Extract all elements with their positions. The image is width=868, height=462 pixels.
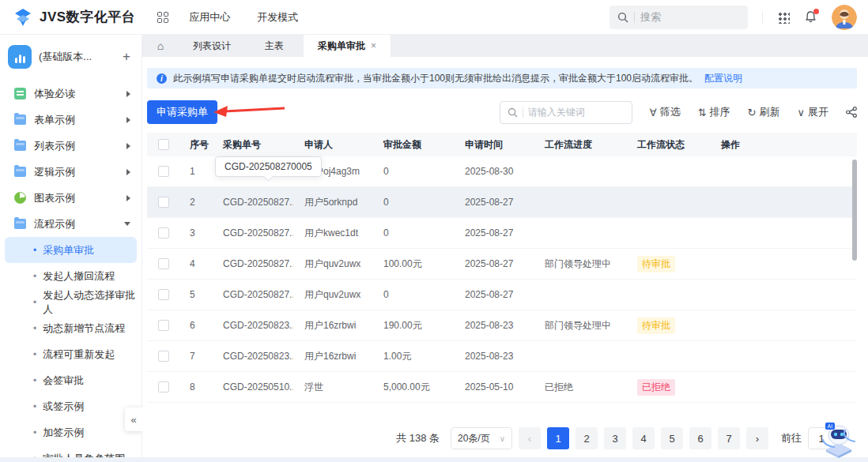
header-progress: 工作流进度 (534, 138, 626, 152)
table-row[interactable]: 6 CGD-20250823... 用户16zrbwi 190.00元 2025… (147, 310, 857, 341)
table-scrollbar[interactable] (852, 160, 857, 261)
header-applicant: 申请人 (293, 138, 372, 152)
info-icon: i (157, 73, 167, 84)
cell-applicant: 用户5orknpd (293, 196, 372, 209)
home-icon[interactable]: ⌂ (142, 35, 179, 57)
submenu-item-label: 或签示例 (43, 400, 84, 414)
cell-amount: 0 (372, 166, 454, 177)
cell-seq: 5 (179, 289, 212, 300)
sidebar-menu-item[interactable]: 列表示例 (0, 133, 142, 159)
list-toolbar: 申请采购单 ∀ (147, 100, 857, 124)
banner-config-link[interactable]: 配置说明 (704, 72, 742, 85)
sidebar-submenu-item[interactable]: 发起人撤回流程 (5, 263, 137, 289)
sidebar-menu-item[interactable]: 表单示例 (0, 107, 142, 133)
page-number-button[interactable]: 3 (604, 427, 626, 449)
cell-amount: 190.00元 (372, 319, 454, 332)
sidebar-submenu-item[interactable]: 采购单审批 (5, 237, 137, 263)
row-checkbox[interactable] (158, 197, 169, 208)
notification-bell-icon[interactable] (804, 10, 817, 24)
sidebar-submenu-item[interactable]: 发起人动态选择审批人 (5, 289, 137, 315)
search-divider (634, 12, 635, 23)
workspace-label[interactable]: (基础版本... (39, 50, 115, 64)
app-logo[interactable]: JVS数字化平台 (13, 7, 135, 28)
keyword-search-input[interactable] (528, 107, 615, 118)
sidebar-menu-item[interactable]: 图表示例 (0, 185, 142, 211)
cell-progress: 已拒绝 (534, 381, 626, 394)
submenu-item-label: 发起人撤回流程 (43, 269, 115, 284)
tab-close-icon[interactable]: × (371, 40, 376, 51)
next-page-button[interactable]: › (746, 427, 768, 449)
apply-purchase-order-button[interactable]: 申请采购单 (147, 100, 217, 124)
top-nav-item[interactable]: 开发模式 (257, 10, 298, 24)
global-search[interactable] (609, 6, 748, 29)
page-number-button[interactable]: 1 (547, 427, 569, 449)
page-number-button[interactable]: 2 (576, 427, 598, 449)
sidebar-menu-item[interactable]: 体验必读 (0, 81, 142, 107)
table-row[interactable]: 4 CGD-20250827... 用户quv2uwx 100.00元 2025… (147, 249, 857, 280)
cell-order-no: CGD-20250510... (212, 381, 293, 393)
sidebar-submenu-item[interactable]: 会签审批 (5, 367, 137, 393)
global-search-input[interactable] (640, 11, 719, 23)
row-checkbox[interactable] (158, 258, 169, 269)
content-tab[interactable]: 采购单审批 × (304, 35, 391, 57)
banner-text: 此示例填写申请采购单提交时启动流程审批，当审批金额小于100则无须审批给出消息提… (173, 72, 698, 85)
table-row[interactable]: 2 CGD-20250827... 用户5orknpd 0 2025-08-27 (147, 187, 857, 218)
goto-label: 前往 (781, 431, 802, 445)
row-checkbox[interactable] (158, 289, 169, 300)
search-divider (523, 107, 523, 118)
row-checkbox[interactable] (158, 166, 169, 177)
sidebar-submenu-item[interactable]: 流程可重新发起 (5, 341, 137, 367)
content-tab[interactable]: 主表 (251, 35, 304, 57)
content-tab[interactable]: 列表设计 (179, 35, 251, 57)
row-checkbox[interactable] (158, 320, 169, 331)
page-number-button[interactable]: 4 (632, 427, 655, 449)
table-row[interactable]: 8 CGD-20250510... 浮世 5,000.00元 2025-05-1… (147, 372, 857, 403)
chevron-icon (126, 117, 130, 123)
keyword-search[interactable] (500, 101, 632, 124)
menu-item-icon (14, 115, 26, 125)
app-launcher-icon[interactable] (777, 11, 790, 24)
row-checkbox[interactable] (158, 381, 169, 393)
sidebar-submenu-item[interactable]: 加签示例 (5, 419, 137, 445)
cell-amount: 0 (372, 197, 454, 208)
cell-seq: 2 (179, 197, 212, 208)
cell-order-no: CGD-20250827... (212, 258, 293, 269)
chevron-icon (126, 169, 130, 175)
cell-amount: 1.00元 (372, 350, 454, 363)
top-nav-item[interactable]: 应用中心 (189, 10, 230, 24)
select-all-checkbox[interactable] (158, 139, 169, 150)
row-checkbox[interactable] (158, 351, 169, 362)
menu-item-label: 流程示例 (34, 217, 75, 231)
user-avatar[interactable] (832, 5, 857, 30)
page-number-button[interactable]: 7 (718, 427, 740, 449)
menu-item-label: 表单示例 (34, 113, 75, 127)
page-size-value: 20条/页 (458, 432, 490, 445)
page-number-button[interactable]: 6 (689, 427, 711, 449)
toolbar-action[interactable]: ↻ 刷新 (748, 105, 780, 119)
page-size-select[interactable]: 20条/页 ∨ (451, 427, 512, 449)
toolbar-action[interactable]: ⇅ 排序 (698, 105, 730, 119)
table-row[interactable]: 3 CGD-20250827... 用户kwec1dt 0 2025-08-27 (147, 218, 857, 249)
table-row[interactable]: 7 CGD-20250823... 用户16zrbwi 1.00元 2025-0… (147, 341, 857, 372)
sidebar-submenu-item[interactable]: 或签示例 (5, 393, 137, 419)
workspace-icon[interactable] (8, 45, 32, 69)
toolbar-action[interactable]: ∨ 展开 (797, 105, 828, 119)
apps-grid-icon[interactable] (157, 12, 168, 23)
table-row[interactable]: 5 CGD-20250827... 用户quv2uwx 0 2025-08-27 (147, 280, 857, 310)
page-number-button[interactable]: 5 (661, 427, 683, 449)
topbar: JVS数字化平台 应用中心开发模式 (0, 0, 868, 35)
header-order-no: 采购单号 (212, 138, 293, 152)
menu-item-icon (14, 192, 26, 204)
submenu-item-label: 会签审批 (43, 374, 84, 388)
prev-page-button[interactable]: ‹ (519, 427, 541, 449)
sidebar-menu-item[interactable]: 流程示例 (0, 211, 142, 237)
add-workspace-button[interactable]: + (123, 49, 130, 65)
sidebar-collapse-button[interactable]: « (125, 408, 142, 431)
row-checkbox[interactable] (158, 227, 169, 239)
sidebar-submenu-item[interactable]: 动态新增节点流程 (5, 315, 137, 341)
toolbar-action[interactable]: ∀ 筛选 (650, 105, 681, 119)
cell-applicant: 用户quv2uwx (293, 288, 372, 302)
share-icon[interactable] (846, 107, 857, 118)
ai-assistant-robot[interactable]: AI (816, 416, 862, 462)
sidebar-menu-item[interactable]: 逻辑示例 (0, 159, 142, 185)
